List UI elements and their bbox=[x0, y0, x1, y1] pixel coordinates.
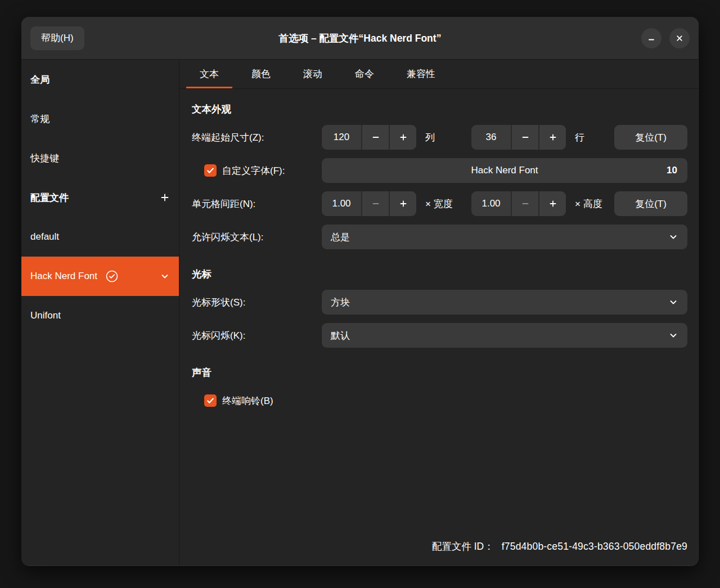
minus-icon bbox=[521, 199, 530, 208]
plus-icon bbox=[548, 199, 557, 208]
reset-spacing-button[interactable]: 复位(T) bbox=[614, 191, 687, 216]
help-button[interactable]: 帮助(H) bbox=[30, 26, 84, 50]
minus-icon bbox=[521, 133, 530, 142]
blink-text-label: 允许闪烁文本(L): bbox=[192, 231, 322, 244]
sidebar: 全局 常规 快捷键 配置文件 default Hack Nerd Font bbox=[21, 60, 179, 565]
custom-font-checkbox[interactable] bbox=[204, 164, 217, 177]
rows-unit-label: 行 bbox=[566, 131, 614, 144]
sidebar-label: 全局 bbox=[30, 73, 50, 86]
custom-font-label: 自定义字体(F): bbox=[222, 164, 285, 177]
reset-size-button[interactable]: 复位(T) bbox=[614, 125, 687, 150]
height-spacing-decrement-button[interactable] bbox=[511, 191, 538, 216]
sidebar-label: Hack Nerd Font bbox=[30, 271, 97, 282]
check-icon bbox=[206, 396, 215, 405]
font-size: 10 bbox=[667, 158, 677, 183]
sidebar-label: default bbox=[30, 231, 59, 243]
blink-text-row: 允许闪烁文本(L): 总是 bbox=[192, 225, 687, 249]
sidebar-item-default[interactable]: default bbox=[21, 217, 179, 257]
rows-increment-button[interactable] bbox=[538, 125, 566, 150]
check-icon bbox=[206, 166, 215, 175]
preferences-window: 帮助(H) 首选项 – 配置文件“Hack Nerd Font” 全局 常规 快… bbox=[21, 17, 699, 566]
add-profile-button[interactable] bbox=[160, 192, 170, 203]
chevron-down-icon bbox=[668, 297, 678, 307]
width-spacing-increment-button[interactable] bbox=[389, 191, 416, 216]
minus-icon bbox=[371, 199, 380, 208]
cursor-shape-label: 光标形状(S): bbox=[192, 296, 322, 309]
main-panel: 文本 颜色 滚动 命令 兼容性 文本外观 终端起始尺寸(Z): 120 bbox=[179, 60, 699, 565]
profile-menu-button[interactable] bbox=[160, 271, 170, 281]
columns-input[interactable]: 120 bbox=[322, 125, 361, 150]
blink-text-dropdown[interactable]: 总是 bbox=[322, 225, 687, 249]
sidebar-label: 配置文件 bbox=[30, 191, 69, 204]
terminal-size-label: 终端起始尺寸(Z): bbox=[192, 131, 322, 144]
cell-spacing-row: 单元格间距(N): 1.00 × 宽度 1.00 bbox=[192, 191, 687, 216]
profile-id-label: 配置文件 ID： bbox=[432, 540, 494, 553]
tab-scrolling[interactable]: 滚动 bbox=[290, 60, 336, 88]
cursor-blink-label: 光标闪烁(K): bbox=[192, 329, 322, 342]
section-title-sound: 声音 bbox=[192, 366, 687, 379]
cursor-blink-value: 默认 bbox=[331, 329, 350, 342]
sidebar-item-shortcuts[interactable]: 快捷键 bbox=[21, 138, 179, 178]
close-icon bbox=[675, 34, 684, 43]
headerbar: 帮助(H) 首选项 – 配置文件“Hack Nerd Font” bbox=[21, 17, 699, 60]
width-spacing-spinner: 1.00 bbox=[322, 191, 416, 216]
sidebar-header-global: 全局 bbox=[21, 60, 179, 99]
rows-spinner: 36 bbox=[471, 125, 566, 150]
plus-icon bbox=[160, 192, 170, 203]
cursor-shape-dropdown[interactable]: 方块 bbox=[322, 290, 687, 315]
profile-id-footer: 配置文件 ID： f75d4b0b-ce51-49c3-b363-050eddf… bbox=[432, 540, 687, 553]
section-title-text-appearance: 文本外观 bbox=[192, 102, 687, 116]
columns-decrement-button[interactable] bbox=[361, 125, 389, 150]
rows-input[interactable]: 36 bbox=[471, 125, 511, 150]
cell-spacing-label: 单元格间距(N): bbox=[192, 198, 322, 210]
width-spacing-input[interactable]: 1.00 bbox=[322, 191, 361, 216]
sidebar-label: 快捷键 bbox=[30, 152, 59, 165]
plus-icon bbox=[548, 133, 557, 142]
tab-content: 文本外观 终端起始尺寸(Z): 120 列 bbox=[179, 89, 699, 565]
profile-id-value: f75d4b0b-ce51-49c3-b363-050eddf8b7e9 bbox=[502, 541, 687, 553]
active-profile-check-icon bbox=[105, 270, 119, 283]
font-name: Hack Nerd Font bbox=[322, 158, 687, 183]
height-unit-label: × 高度 bbox=[566, 198, 614, 210]
close-button[interactable] bbox=[669, 28, 690, 48]
tabbar: 文本 颜色 滚动 命令 兼容性 bbox=[179, 60, 699, 89]
width-unit-label: × 宽度 bbox=[416, 198, 471, 210]
chevron-down-icon bbox=[668, 232, 678, 242]
tab-text[interactable]: 文本 bbox=[186, 60, 232, 88]
tab-colors[interactable]: 颜色 bbox=[238, 60, 284, 88]
minimize-button[interactable] bbox=[641, 28, 662, 48]
columns-unit-label: 列 bbox=[416, 131, 471, 144]
terminal-bell-checkbox[interactable] bbox=[204, 394, 217, 407]
tab-command[interactable]: 命令 bbox=[341, 60, 388, 88]
sidebar-label: 常规 bbox=[30, 113, 50, 125]
window-controls bbox=[641, 28, 690, 48]
height-spacing-spinner: 1.00 bbox=[471, 191, 566, 216]
columns-increment-button[interactable] bbox=[389, 125, 416, 150]
plus-icon bbox=[399, 199, 408, 208]
rows-decrement-button[interactable] bbox=[511, 125, 538, 150]
chevron-down-icon bbox=[160, 271, 170, 281]
font-button[interactable]: Hack Nerd Font 10 bbox=[322, 158, 687, 183]
sidebar-item-unifont[interactable]: Unifont bbox=[21, 296, 179, 335]
cursor-shape-value: 方块 bbox=[331, 296, 350, 309]
window-title: 首选项 – 配置文件“Hack Nerd Font” bbox=[21, 32, 699, 45]
chevron-down-icon bbox=[668, 330, 678, 340]
terminal-size-row: 终端起始尺寸(Z): 120 列 36 bbox=[192, 125, 687, 150]
cursor-blink-dropdown[interactable]: 默认 bbox=[322, 323, 687, 348]
cursor-shape-row: 光标形状(S): 方块 bbox=[192, 290, 687, 315]
blink-text-value: 总是 bbox=[331, 231, 350, 244]
minus-icon bbox=[371, 133, 380, 142]
cursor-blink-row: 光标闪烁(K): 默认 bbox=[192, 323, 687, 348]
terminal-bell-label: 终端响铃(B) bbox=[222, 394, 273, 407]
height-spacing-increment-button[interactable] bbox=[538, 191, 566, 216]
sidebar-item-general[interactable]: 常规 bbox=[21, 99, 179, 138]
section-title-cursor: 光标 bbox=[192, 267, 687, 281]
minimize-icon bbox=[647, 34, 656, 43]
height-spacing-input[interactable]: 1.00 bbox=[471, 191, 511, 216]
tab-compatibility[interactable]: 兼容性 bbox=[393, 60, 449, 88]
plus-icon bbox=[399, 133, 408, 142]
width-spacing-decrement-button[interactable] bbox=[361, 191, 389, 216]
columns-spinner: 120 bbox=[322, 125, 416, 150]
terminal-bell-row: 终端响铃(B) bbox=[192, 388, 687, 413]
sidebar-item-hack-nerd-font[interactable]: Hack Nerd Font bbox=[21, 257, 179, 296]
